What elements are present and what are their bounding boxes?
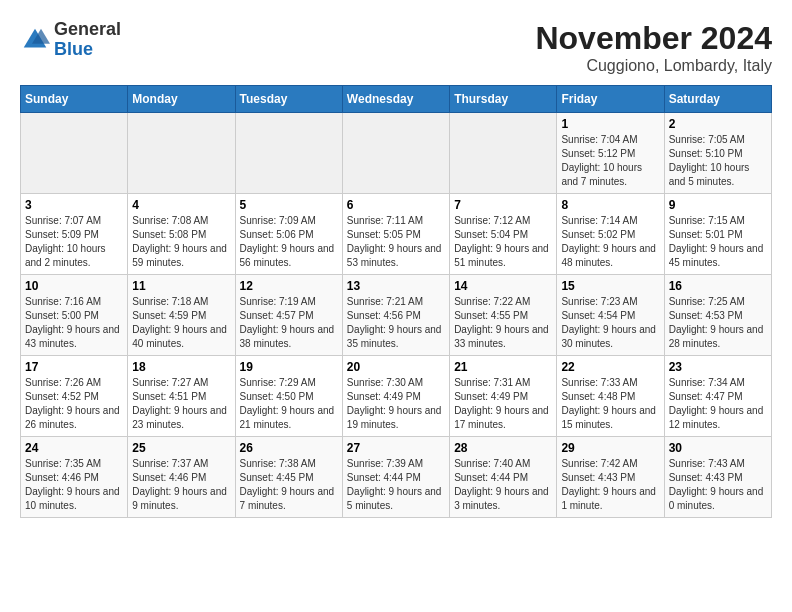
- calendar-cell: 18Sunrise: 7:27 AM Sunset: 4:51 PM Dayli…: [128, 356, 235, 437]
- day-number: 2: [669, 117, 767, 131]
- logo-blue: Blue: [54, 39, 93, 59]
- day-info: Sunrise: 7:14 AM Sunset: 5:02 PM Dayligh…: [561, 214, 659, 270]
- day-info: Sunrise: 7:30 AM Sunset: 4:49 PM Dayligh…: [347, 376, 445, 432]
- page-header: General Blue November 2024 Cuggiono, Lom…: [20, 20, 772, 75]
- calendar-table: SundayMondayTuesdayWednesdayThursdayFrid…: [20, 85, 772, 518]
- day-number: 26: [240, 441, 338, 455]
- calendar-cell: 6Sunrise: 7:11 AM Sunset: 5:05 PM Daylig…: [342, 194, 449, 275]
- day-info: Sunrise: 7:39 AM Sunset: 4:44 PM Dayligh…: [347, 457, 445, 513]
- day-info: Sunrise: 7:43 AM Sunset: 4:43 PM Dayligh…: [669, 457, 767, 513]
- calendar-cell: 10Sunrise: 7:16 AM Sunset: 5:00 PM Dayli…: [21, 275, 128, 356]
- page-subtitle: Cuggiono, Lombardy, Italy: [535, 57, 772, 75]
- day-info: Sunrise: 7:22 AM Sunset: 4:55 PM Dayligh…: [454, 295, 552, 351]
- day-number: 16: [669, 279, 767, 293]
- calendar-cell: 14Sunrise: 7:22 AM Sunset: 4:55 PM Dayli…: [450, 275, 557, 356]
- calendar-week-4: 17Sunrise: 7:26 AM Sunset: 4:52 PM Dayli…: [21, 356, 772, 437]
- calendar-cell: 23Sunrise: 7:34 AM Sunset: 4:47 PM Dayli…: [664, 356, 771, 437]
- day-number: 21: [454, 360, 552, 374]
- day-info: Sunrise: 7:29 AM Sunset: 4:50 PM Dayligh…: [240, 376, 338, 432]
- logo-icon: [20, 25, 50, 55]
- calendar-week-1: 1Sunrise: 7:04 AM Sunset: 5:12 PM Daylig…: [21, 113, 772, 194]
- calendar-cell: 4Sunrise: 7:08 AM Sunset: 5:08 PM Daylig…: [128, 194, 235, 275]
- logo-text: General Blue: [54, 20, 121, 60]
- day-info: Sunrise: 7:07 AM Sunset: 5:09 PM Dayligh…: [25, 214, 123, 270]
- day-number: 19: [240, 360, 338, 374]
- calendar-cell: 5Sunrise: 7:09 AM Sunset: 5:06 PM Daylig…: [235, 194, 342, 275]
- day-number: 5: [240, 198, 338, 212]
- day-number: 22: [561, 360, 659, 374]
- day-number: 20: [347, 360, 445, 374]
- day-info: Sunrise: 7:42 AM Sunset: 4:43 PM Dayligh…: [561, 457, 659, 513]
- day-number: 30: [669, 441, 767, 455]
- day-number: 11: [132, 279, 230, 293]
- calendar-cell: 30Sunrise: 7:43 AM Sunset: 4:43 PM Dayli…: [664, 437, 771, 518]
- day-info: Sunrise: 7:35 AM Sunset: 4:46 PM Dayligh…: [25, 457, 123, 513]
- day-info: Sunrise: 7:23 AM Sunset: 4:54 PM Dayligh…: [561, 295, 659, 351]
- day-info: Sunrise: 7:09 AM Sunset: 5:06 PM Dayligh…: [240, 214, 338, 270]
- calendar-cell: 17Sunrise: 7:26 AM Sunset: 4:52 PM Dayli…: [21, 356, 128, 437]
- header-cell-friday: Friday: [557, 86, 664, 113]
- day-number: 14: [454, 279, 552, 293]
- day-number: 29: [561, 441, 659, 455]
- calendar-cell: 15Sunrise: 7:23 AM Sunset: 4:54 PM Dayli…: [557, 275, 664, 356]
- day-number: 13: [347, 279, 445, 293]
- day-info: Sunrise: 7:27 AM Sunset: 4:51 PM Dayligh…: [132, 376, 230, 432]
- calendar-cell: 20Sunrise: 7:30 AM Sunset: 4:49 PM Dayli…: [342, 356, 449, 437]
- logo: General Blue: [20, 20, 121, 60]
- day-info: Sunrise: 7:11 AM Sunset: 5:05 PM Dayligh…: [347, 214, 445, 270]
- header-cell-tuesday: Tuesday: [235, 86, 342, 113]
- calendar-week-5: 24Sunrise: 7:35 AM Sunset: 4:46 PM Dayli…: [21, 437, 772, 518]
- calendar-cell: [128, 113, 235, 194]
- calendar-cell: [235, 113, 342, 194]
- calendar-cell: 1Sunrise: 7:04 AM Sunset: 5:12 PM Daylig…: [557, 113, 664, 194]
- day-info: Sunrise: 7:34 AM Sunset: 4:47 PM Dayligh…: [669, 376, 767, 432]
- header-cell-thursday: Thursday: [450, 86, 557, 113]
- calendar-cell: 9Sunrise: 7:15 AM Sunset: 5:01 PM Daylig…: [664, 194, 771, 275]
- day-info: Sunrise: 7:38 AM Sunset: 4:45 PM Dayligh…: [240, 457, 338, 513]
- page-title: November 2024: [535, 20, 772, 57]
- day-number: 9: [669, 198, 767, 212]
- calendar-cell: 29Sunrise: 7:42 AM Sunset: 4:43 PM Dayli…: [557, 437, 664, 518]
- day-number: 10: [25, 279, 123, 293]
- calendar-cell: 22Sunrise: 7:33 AM Sunset: 4:48 PM Dayli…: [557, 356, 664, 437]
- day-info: Sunrise: 7:08 AM Sunset: 5:08 PM Dayligh…: [132, 214, 230, 270]
- header-row: SundayMondayTuesdayWednesdayThursdayFrid…: [21, 86, 772, 113]
- day-number: 6: [347, 198, 445, 212]
- header-cell-monday: Monday: [128, 86, 235, 113]
- day-number: 15: [561, 279, 659, 293]
- day-number: 8: [561, 198, 659, 212]
- calendar-cell: 16Sunrise: 7:25 AM Sunset: 4:53 PM Dayli…: [664, 275, 771, 356]
- day-number: 24: [25, 441, 123, 455]
- calendar-cell: 12Sunrise: 7:19 AM Sunset: 4:57 PM Dayli…: [235, 275, 342, 356]
- day-info: Sunrise: 7:15 AM Sunset: 5:01 PM Dayligh…: [669, 214, 767, 270]
- calendar-cell: 25Sunrise: 7:37 AM Sunset: 4:46 PM Dayli…: [128, 437, 235, 518]
- day-info: Sunrise: 7:18 AM Sunset: 4:59 PM Dayligh…: [132, 295, 230, 351]
- header-cell-wednesday: Wednesday: [342, 86, 449, 113]
- day-info: Sunrise: 7:19 AM Sunset: 4:57 PM Dayligh…: [240, 295, 338, 351]
- day-number: 3: [25, 198, 123, 212]
- day-number: 17: [25, 360, 123, 374]
- day-info: Sunrise: 7:31 AM Sunset: 4:49 PM Dayligh…: [454, 376, 552, 432]
- calendar-cell: 28Sunrise: 7:40 AM Sunset: 4:44 PM Dayli…: [450, 437, 557, 518]
- calendar-cell: 24Sunrise: 7:35 AM Sunset: 4:46 PM Dayli…: [21, 437, 128, 518]
- day-info: Sunrise: 7:21 AM Sunset: 4:56 PM Dayligh…: [347, 295, 445, 351]
- calendar-cell: 8Sunrise: 7:14 AM Sunset: 5:02 PM Daylig…: [557, 194, 664, 275]
- title-block: November 2024 Cuggiono, Lombardy, Italy: [535, 20, 772, 75]
- calendar-cell: 11Sunrise: 7:18 AM Sunset: 4:59 PM Dayli…: [128, 275, 235, 356]
- day-number: 23: [669, 360, 767, 374]
- day-number: 18: [132, 360, 230, 374]
- calendar-cell: 26Sunrise: 7:38 AM Sunset: 4:45 PM Dayli…: [235, 437, 342, 518]
- logo-general: General: [54, 19, 121, 39]
- calendar-cell: 21Sunrise: 7:31 AM Sunset: 4:49 PM Dayli…: [450, 356, 557, 437]
- day-info: Sunrise: 7:37 AM Sunset: 4:46 PM Dayligh…: [132, 457, 230, 513]
- day-info: Sunrise: 7:33 AM Sunset: 4:48 PM Dayligh…: [561, 376, 659, 432]
- day-info: Sunrise: 7:04 AM Sunset: 5:12 PM Dayligh…: [561, 133, 659, 189]
- calendar-cell: [450, 113, 557, 194]
- calendar-cell: 19Sunrise: 7:29 AM Sunset: 4:50 PM Dayli…: [235, 356, 342, 437]
- day-number: 7: [454, 198, 552, 212]
- day-number: 28: [454, 441, 552, 455]
- calendar-week-3: 10Sunrise: 7:16 AM Sunset: 5:00 PM Dayli…: [21, 275, 772, 356]
- calendar-cell: 27Sunrise: 7:39 AM Sunset: 4:44 PM Dayli…: [342, 437, 449, 518]
- day-number: 1: [561, 117, 659, 131]
- calendar-cell: 2Sunrise: 7:05 AM Sunset: 5:10 PM Daylig…: [664, 113, 771, 194]
